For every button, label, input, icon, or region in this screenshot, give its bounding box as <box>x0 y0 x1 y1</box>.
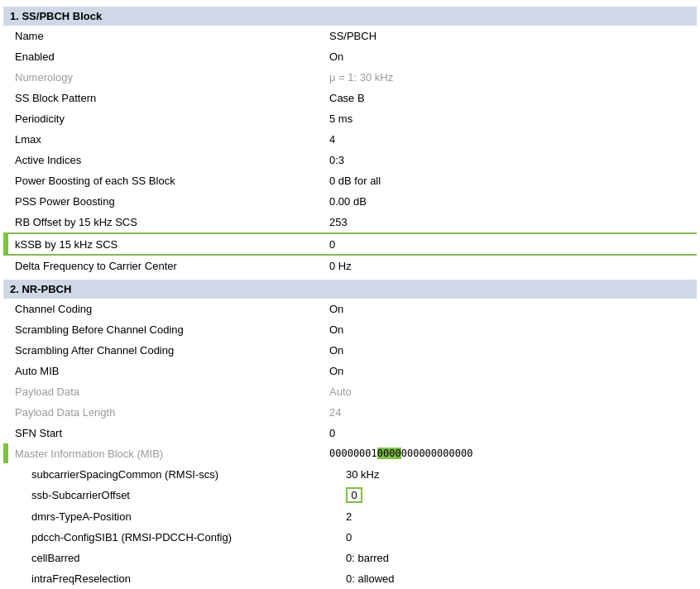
row-content-ssb-subcarrier-offset: ssb-SubcarrierOffset 0 <box>8 485 697 505</box>
label-enabled: Enabled <box>15 50 329 63</box>
row-content-pss-power: PSS Power Boosting 0.00 dB <box>8 191 697 211</box>
row-lmax: Lmax 4 <box>3 129 697 150</box>
row-content-enabled: Enabled On <box>8 46 697 66</box>
value-name[interactable]: SS/PBCH <box>329 30 690 42</box>
value-active-indices[interactable]: 0:3 <box>329 154 690 166</box>
value-ss-block-pattern[interactable]: Case B <box>329 92 690 104</box>
value-intra-freq[interactable]: 0: allowed <box>346 572 690 585</box>
value-rb-offset[interactable]: 253 <box>329 216 690 228</box>
label-payload-length: Payload Data Length <box>15 406 329 419</box>
row-content-payload-length: Payload Data Length 24 <box>8 402 697 422</box>
row-pss-power: PSS Power Boosting 0.00 dB <box>3 191 697 212</box>
row-content-scrambling-after: Scrambling After Channel Coding On <box>8 340 697 360</box>
label-lmax: Lmax <box>15 133 329 146</box>
row-content-name: Name SS/PBCH <box>8 26 697 45</box>
label-intra-freq: intraFreqReselection <box>31 572 346 585</box>
value-kssb[interactable]: 0 <box>329 238 690 251</box>
value-payload-length: 24 <box>329 406 690 419</box>
main-container: 1. SS/PBCH Block Name SS/PBCH Enabled On… <box>0 0 700 589</box>
value-channel-coding[interactable]: On <box>329 303 690 315</box>
label-scrambling-after: Scrambling After Channel Coding <box>15 344 329 357</box>
label-scrambling-before: Scrambling Before Channel Coding <box>15 323 329 336</box>
label-name: Name <box>15 30 329 42</box>
label-pss-power: PSS Power Boosting <box>15 195 329 208</box>
label-ssb-subcarrier-offset: ssb-SubcarrierOffset <box>31 489 346 501</box>
row-power-boosting: Power Boosting of each SS Block 0 dB for… <box>3 170 697 191</box>
label-numerology: Numerology <box>15 71 329 84</box>
label-cell-barred: cellBarred <box>31 552 346 564</box>
row-content-active-indices: Active Indices 0:3 <box>8 150 697 170</box>
row-delta-freq: Delta Frequency to Carrier Center 0 Hz <box>3 256 697 276</box>
value-numerology: μ = 1: 30 kHz <box>329 71 690 84</box>
row-content-mib: Master Information Block (MIB) 000000010… <box>8 443 697 463</box>
row-cell-barred: cellBarred 0: barred <box>3 548 697 568</box>
row-content-rb-offset: RB Offset by 15 kHz SCS 253 <box>8 212 697 232</box>
row-name: Name SS/PBCH <box>3 26 697 46</box>
label-rb-offset: RB Offset by 15 kHz SCS <box>15 216 329 228</box>
row-dmrs-typea: dmrs-TypeA-Position 2 <box>3 506 697 527</box>
row-content-numerology: Numerology μ = 1: 30 kHz <box>8 67 697 87</box>
section-1-header: 1. SS/PBCH Block <box>3 7 697 26</box>
value-scrambling-after[interactable]: On <box>329 344 690 357</box>
value-subcarrier-spacing[interactable]: 30 kHz <box>346 468 690 481</box>
row-periodicity: Periodicity 5 ms <box>3 108 697 129</box>
value-scrambling-before[interactable]: On <box>329 323 690 336</box>
row-rb-offset: RB Offset by 15 kHz SCS 253 <box>3 212 697 232</box>
label-channel-coding: Channel Coding <box>15 303 329 315</box>
label-delta-freq: Delta Frequency to Carrier Center <box>15 260 329 272</box>
label-sfn-start: SFN Start <box>15 427 329 439</box>
row-enabled: Enabled On <box>3 46 697 67</box>
row-scrambling-before: Scrambling Before Channel Coding On <box>3 319 697 340</box>
section-2-rows: Channel Coding On Scrambling Before Chan… <box>3 299 697 589</box>
section-2-title: 2. NR-PBCH <box>10 283 71 295</box>
label-dmrs-typea: dmrs-TypeA-Position <box>31 510 346 523</box>
value-delta-freq[interactable]: 0 Hz <box>329 260 690 272</box>
label-mib: Master Information Block (MIB) <box>15 448 329 460</box>
row-content-kssb: kSSB by 15 kHz SCS 0 <box>8 234 697 254</box>
label-power-boosting: Power Boosting of each SS Block <box>15 175 329 187</box>
row-ss-block-pattern: SS Block Pattern Case B <box>3 88 697 108</box>
row-content-payload-data: Payload Data Auto <box>8 381 697 401</box>
value-auto-mib[interactable]: On <box>329 365 690 377</box>
row-content-power-boosting: Power Boosting of each SS Block 0 dB for… <box>8 170 697 190</box>
value-cell-barred[interactable]: 0: barred <box>346 552 690 564</box>
value-payload-data: Auto <box>329 385 690 398</box>
value-pss-power[interactable]: 0.00 dB <box>329 195 690 208</box>
label-kssb: kSSB by 15 kHz SCS <box>15 238 329 251</box>
value-enabled[interactable]: On <box>329 50 690 63</box>
row-content-pdcch-config: pdcch-ConfigSIB1 (RMSI-PDCCH-Config) 0 <box>8 527 697 547</box>
row-intra-freq: intraFreqReselection 0: allowed <box>3 568 697 589</box>
row-auto-mib: Auto MIB On <box>3 361 697 381</box>
value-periodicity[interactable]: 5 ms <box>329 113 690 125</box>
value-pdcch-config[interactable]: 0 <box>346 531 690 544</box>
label-auto-mib: Auto MIB <box>15 365 329 377</box>
row-payload-length: Payload Data Length 24 <box>3 402 697 423</box>
row-scrambling-after: Scrambling After Channel Coding On <box>3 340 697 361</box>
row-content-auto-mib: Auto MIB On <box>8 361 697 381</box>
section-2-header: 2. NR-PBCH <box>3 280 697 299</box>
label-active-indices: Active Indices <box>15 154 329 166</box>
row-content-scrambling-before: Scrambling Before Channel Coding On <box>8 319 697 339</box>
row-content-ss-block-pattern: SS Block Pattern Case B <box>8 88 697 108</box>
label-pdcch-config: pdcch-ConfigSIB1 (RMSI-PDCCH-Config) <box>31 531 346 544</box>
row-content-delta-freq: Delta Frequency to Carrier Center 0 Hz <box>8 256 697 275</box>
value-dmrs-typea[interactable]: 2 <box>346 510 690 523</box>
mib-highlighted: 0000 <box>377 448 401 459</box>
section-1-title: 1. SS/PBCH Block <box>10 10 102 22</box>
row-content-dmrs-typea: dmrs-TypeA-Position 2 <box>8 506 697 526</box>
section-1-rows: Name SS/PBCH Enabled On Numerology μ = 1… <box>3 26 697 276</box>
row-content-periodicity: Periodicity 5 ms <box>8 108 697 128</box>
value-mib[interactable]: 000000010000000000000000 <box>329 448 690 459</box>
row-numerology: Numerology μ = 1: 30 kHz <box>3 67 697 88</box>
label-subcarrier-spacing: subcarrierSpacingCommon (RMSI-scs) <box>31 468 346 481</box>
row-content-subcarrier-spacing: subcarrierSpacingCommon (RMSI-scs) 30 kH… <box>8 464 697 484</box>
row-content-cell-barred: cellBarred 0: barred <box>8 548 697 567</box>
value-sfn-start[interactable]: 0 <box>329 427 690 439</box>
value-lmax[interactable]: 4 <box>329 133 690 146</box>
mib-prefix: 00000001 <box>329 448 377 459</box>
value-ssb-subcarrier-offset[interactable]: 0 <box>346 487 690 503</box>
value-power-boosting[interactable]: 0 dB for all <box>329 175 690 187</box>
row-payload-data: Payload Data Auto <box>3 381 697 402</box>
row-kssb: kSSB by 15 kHz SCS 0 <box>3 232 697 256</box>
row-pdcch-config: pdcch-ConfigSIB1 (RMSI-PDCCH-Config) 0 <box>3 527 697 548</box>
